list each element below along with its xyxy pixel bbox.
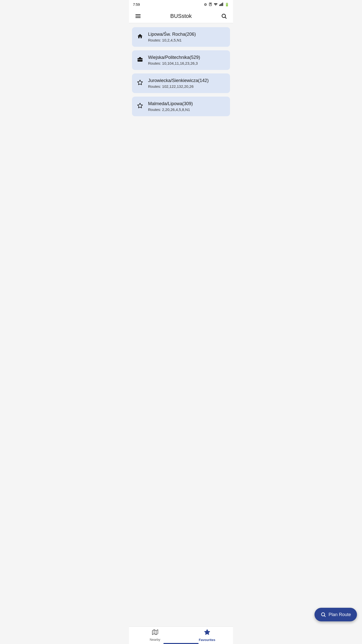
svg-rect-5: [222, 3, 223, 6]
settings-icon: ⚙: [204, 3, 207, 7]
sim-icon: [209, 3, 212, 7]
menu-button[interactable]: [133, 11, 143, 21]
status-bar: 7:59 ⚙ 🔋: [129, 0, 233, 9]
status-time: 7:59: [133, 3, 140, 7]
svg-rect-3: [220, 4, 221, 6]
app-bar: BUSstok: [129, 9, 233, 23]
stop-routes-2: Routes: 10,104,11,16,23,26,3: [148, 61, 226, 65]
stop-routes-4: Routes: 2,20,26,4,5,8,N1: [148, 107, 226, 112]
status-icons: ⚙ 🔋: [204, 3, 229, 7]
svg-marker-15: [138, 103, 143, 108]
stop-card-1[interactable]: Lipowa/Św. Rocha(206) Routes: 10,2,4,5,N…: [132, 27, 230, 47]
stop-name-3: Jurowiecka/Sienkiewicza(142): [148, 78, 226, 83]
star-icon-2: [136, 103, 144, 110]
stop-routes-1: Routes: 10,2,4,5,N1: [148, 38, 226, 42]
svg-rect-4: [221, 3, 222, 6]
wifi-icon: [214, 3, 218, 7]
stop-card-4[interactable]: Malmeda/Lipowa(309) Routes: 2,20,26,4,5,…: [132, 97, 230, 116]
home-icon: [136, 33, 144, 41]
signal-icon: [219, 3, 223, 7]
main-content: Lipowa/Św. Rocha(206) Routes: 10,2,4,5,N…: [129, 23, 233, 208]
search-button[interactable]: [219, 11, 229, 21]
svg-rect-1: [210, 3, 211, 4]
stop-name-1: Lipowa/Św. Rocha(206): [148, 32, 226, 37]
svg-rect-11: [138, 58, 143, 62]
stop-info-3: Jurowiecka/Sienkiewicza(142) Routes: 102…: [148, 78, 226, 89]
stop-info-2: Wiejska/Politechnika(529) Routes: 10,104…: [148, 55, 226, 65]
svg-rect-2: [219, 5, 220, 6]
stop-info-1: Lipowa/Św. Rocha(206) Routes: 10,2,4,5,N…: [148, 32, 226, 42]
svg-marker-14: [138, 80, 143, 85]
stop-routes-3: Routes: 102,122,132,20,26: [148, 84, 226, 89]
svg-line-10: [225, 17, 227, 18]
stop-info-4: Malmeda/Lipowa(309) Routes: 2,20,26,4,5,…: [148, 101, 226, 112]
stop-name-4: Malmeda/Lipowa(309): [148, 101, 226, 106]
stop-card-3[interactable]: Jurowiecka/Sienkiewicza(142) Routes: 102…: [132, 73, 230, 93]
briefcase-icon: [136, 56, 144, 64]
battery-icon: 🔋: [225, 3, 229, 7]
star-icon-1: [136, 79, 144, 87]
app-title: BUSstok: [170, 13, 192, 19]
stop-card-2[interactable]: Wiejska/Politechnika(529) Routes: 10,104…: [132, 50, 230, 70]
stop-name-2: Wiejska/Politechnika(529): [148, 55, 226, 60]
